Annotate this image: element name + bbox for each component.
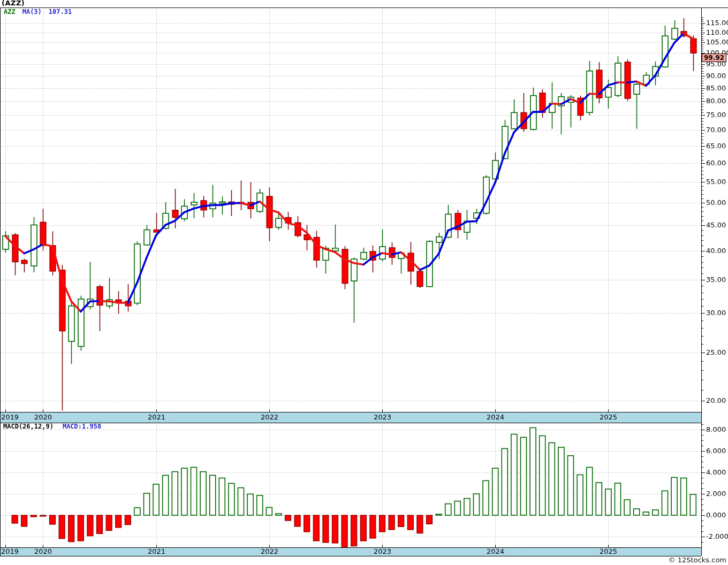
last-price-badge: 99.92 xyxy=(702,54,726,62)
page-title: (AZZ) xyxy=(2,0,25,7)
ma-indicator-label: MA(3) xyxy=(22,8,42,16)
ma-indicator-value: 107.31 xyxy=(49,8,72,16)
macd-legend: MACD(26,12,9)MACD:1.958 xyxy=(3,423,101,430)
copyright-note: © 12Stocks.com xyxy=(669,556,726,564)
candlestick-macd-chart-canvas xyxy=(0,0,728,565)
macd-indicator-value: MACD:1.958 xyxy=(63,423,101,430)
symbol-label: AZZ xyxy=(4,8,16,16)
macd-indicator-label: MACD(26,12,9) xyxy=(3,423,54,430)
price-legend: AZZMA(3)107.31 xyxy=(4,8,72,16)
stock-chart-root: (AZZ) AZZMA(3)107.31 MACD(26,12,9)MACD:1… xyxy=(0,0,728,565)
